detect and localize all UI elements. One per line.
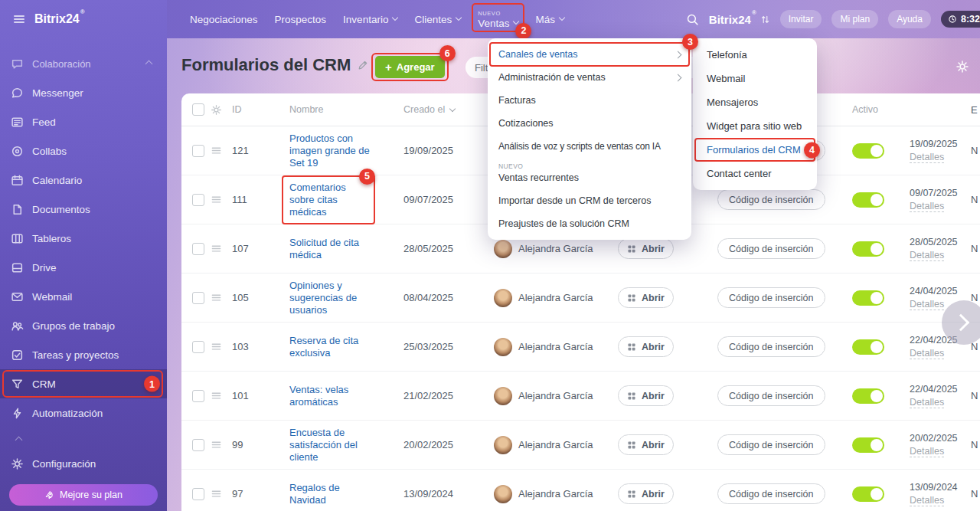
sidebar-logo[interactable]: Bitrix24® <box>0 0 167 38</box>
page-settings-gear-icon[interactable] <box>956 60 969 74</box>
grid-settings-gear-icon[interactable] <box>211 104 222 116</box>
sidebar-item[interactable]: Collabs <box>0 136 167 165</box>
embed-code-button[interactable]: Código de inserción <box>717 336 825 357</box>
sidebar-item[interactable]: Colaboración <box>0 49 167 78</box>
sidebar-item[interactable]: Grupos de trabajo <box>0 311 167 340</box>
active-toggle[interactable] <box>852 486 884 502</box>
open-button[interactable]: Abrir <box>618 434 674 455</box>
sidebar-item[interactable]: Automatización <box>0 398 167 427</box>
details-link[interactable]: Detalles <box>910 348 944 359</box>
active-toggle[interactable] <box>852 437 884 453</box>
drag-handle-icon[interactable] <box>211 292 222 303</box>
top-nav-item[interactable]: Más <box>535 14 564 25</box>
row-checkbox[interactable] <box>192 292 204 304</box>
drag-handle-icon[interactable] <box>211 390 222 401</box>
creator-cell[interactable]: Alejandra García <box>489 436 613 454</box>
form-name-link[interactable]: Regalos de Navidad <box>289 482 371 506</box>
top-nav-item[interactable]: Clientes <box>414 14 461 25</box>
submenu-item[interactable]: Contact center <box>693 162 817 185</box>
add-form-button[interactable]: + Agregar 6 <box>375 56 445 78</box>
col-cut[interactable]: E <box>963 104 980 116</box>
top-nav-item[interactable]: NUEVO Ventas 2 <box>478 10 518 29</box>
form-name-link[interactable]: Opiniones y sugerencias de usuarios <box>289 280 371 316</box>
top-nav-item[interactable]: Inventario <box>343 14 397 25</box>
menu-item[interactable]: NUEVO Ventas recurrentes <box>488 158 691 189</box>
menu-item[interactable]: Canales de ventas 3 <box>488 43 691 66</box>
open-button[interactable]: Abrir <box>618 483 674 504</box>
form-name-link[interactable]: Ventas: velas aromáticas <box>289 384 371 408</box>
upgrade-plan-button[interactable]: Mejore su plan <box>9 484 158 506</box>
submenu-item[interactable]: Mensajeros <box>693 90 817 114</box>
open-button[interactable]: Abrir <box>618 287 674 308</box>
top-nav-item[interactable]: Prospectos <box>275 14 327 25</box>
details-link[interactable]: Detalles <box>910 152 944 163</box>
details-link[interactable]: Detalles <box>910 397 944 408</box>
form-name-link[interactable]: Encuesta de satisfacción del cliente <box>289 427 371 464</box>
open-button[interactable]: Abrir <box>618 238 674 259</box>
active-toggle[interactable] <box>852 388 884 404</box>
row-checkbox[interactable] <box>192 341 204 353</box>
active-toggle[interactable] <box>852 143 884 159</box>
row-checkbox[interactable] <box>192 194 204 206</box>
menu-item[interactable]: Administración de ventas <box>488 66 691 89</box>
search-icon[interactable] <box>686 13 699 26</box>
sidebar-item[interactable]: Configuración <box>0 449 167 478</box>
row-checkbox[interactable] <box>192 488 204 500</box>
details-link[interactable]: Detalles <box>910 201 944 212</box>
form-name-link[interactable]: Productos con imagen grande de Set 19 <box>289 133 371 169</box>
col-active[interactable]: Activo <box>846 104 902 115</box>
details-link[interactable]: Detalles <box>910 446 944 457</box>
details-link[interactable]: Detalles <box>910 250 944 261</box>
sidebar-item[interactable]: Documentos <box>0 195 167 224</box>
my-plan-button[interactable]: Mi plan <box>831 10 878 28</box>
open-button[interactable]: Abrir <box>618 385 674 406</box>
creator-cell[interactable]: Alejandra García <box>489 387 613 405</box>
drag-handle-icon[interactable] <box>211 488 222 500</box>
menu-item[interactable]: Análisis de voz y scripts de ventas con … <box>488 135 691 158</box>
embed-code-button[interactable]: Código de inserción <box>717 238 825 259</box>
col-id[interactable]: ID <box>230 104 288 115</box>
creator-cell[interactable]: Alejandra García <box>489 485 613 503</box>
drag-handle-icon[interactable] <box>211 243 222 254</box>
sidebar-item[interactable]: Tareas y proyectos <box>0 340 167 369</box>
active-toggle[interactable] <box>852 241 884 257</box>
form-name-link[interactable]: Solicitud de cita médica <box>289 237 371 261</box>
embed-code-button[interactable]: Código de inserción <box>717 189 825 210</box>
menu-item[interactable]: Preajustes de la solución CRM <box>488 212 691 235</box>
sidebar-item[interactable]: Calendario <box>0 165 167 195</box>
form-name-link[interactable]: Comentarios sobre citas médicas5 <box>289 182 371 218</box>
row-checkbox[interactable] <box>192 439 204 451</box>
active-toggle[interactable] <box>852 290 884 306</box>
menu-icon[interactable] <box>12 12 26 26</box>
menu-item[interactable]: Importar desde un CRM de terceros <box>488 189 691 212</box>
embed-code-button[interactable]: Código de inserción <box>717 287 825 308</box>
drag-handle-icon[interactable] <box>211 194 222 205</box>
active-toggle[interactable] <box>852 339 884 355</box>
embed-code-button[interactable]: Código de inserción <box>717 434 825 455</box>
sidebar-item[interactable]: CRM 1 <box>0 369 167 398</box>
form-name-link[interactable]: Reserva de cita exclusiva <box>289 335 371 359</box>
edit-title-icon[interactable] <box>358 60 368 70</box>
embed-code-button[interactable]: Código de inserción <box>717 385 825 406</box>
details-link[interactable]: Detalles <box>910 495 944 506</box>
next-page-button[interactable] <box>942 300 980 345</box>
submenu-item[interactable]: Formularios del CRM 4 <box>693 138 817 162</box>
portal-brand[interactable]: Bitrix24® <box>709 13 770 26</box>
row-checkbox[interactable] <box>192 243 204 255</box>
creator-cell[interactable]: Alejandra García <box>489 289 613 307</box>
col-name[interactable]: Nombre <box>288 104 400 115</box>
sidebar-collapse-caret[interactable] <box>0 431 167 449</box>
sidebar-item[interactable]: Webmail <box>0 282 167 311</box>
row-checkbox[interactable] <box>192 390 204 402</box>
clock-widget[interactable]: 8:32 <box>941 11 980 28</box>
drag-handle-icon[interactable] <box>211 145 222 156</box>
creator-cell[interactable]: Alejandra García <box>489 338 613 356</box>
creator-cell[interactable]: Alejandra García <box>489 240 613 258</box>
col-created[interactable]: Creado el <box>400 104 489 115</box>
submenu-item[interactable]: Webmail <box>693 67 817 90</box>
submenu-item[interactable]: Telefonía <box>693 43 817 67</box>
sidebar-item[interactable]: Drive <box>0 253 167 282</box>
invite-button[interactable]: Invitar <box>780 10 822 28</box>
sidebar-item[interactable]: Messenger <box>0 78 167 107</box>
row-checkbox[interactable] <box>192 145 204 157</box>
